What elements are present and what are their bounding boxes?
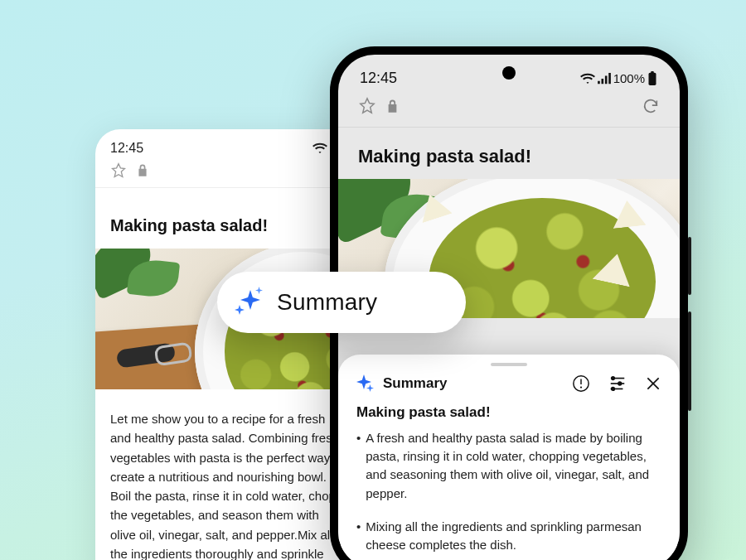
favorite-icon[interactable] bbox=[358, 97, 376, 118]
note-toolbar-front bbox=[338, 92, 680, 127]
statusbar-time: 12:45 bbox=[110, 141, 143, 156]
summary-bullet: A fresh and healthy pasta salad is made … bbox=[356, 429, 661, 503]
statusbar-time: 12:45 bbox=[360, 70, 397, 87]
lock-icon[interactable] bbox=[137, 164, 148, 177]
refresh-icon[interactable] bbox=[642, 97, 660, 118]
adjust-icon[interactable] bbox=[608, 374, 627, 393]
note-title-front: Making pasta salad! bbox=[338, 128, 680, 179]
svg-rect-1 bbox=[651, 71, 654, 74]
wifi-icon bbox=[580, 73, 595, 84]
summary-pill[interactable]: Summary bbox=[217, 272, 466, 333]
front-camera bbox=[502, 66, 516, 80]
wifi-icon bbox=[312, 142, 327, 154]
note-title-back: Making pasta salad! bbox=[95, 188, 361, 249]
sparkle-icon bbox=[235, 288, 264, 316]
sparkle-icon bbox=[356, 374, 375, 393]
battery-text: 100% bbox=[613, 71, 645, 85]
lock-icon[interactable] bbox=[386, 99, 399, 117]
favorite-icon[interactable] bbox=[110, 162, 127, 179]
statusbar-back: 12:45 bbox=[95, 129, 361, 159]
svg-point-4 bbox=[580, 386, 582, 388]
note-body-back: Let me show you to a recipe for a fresh … bbox=[95, 389, 361, 560]
svg-point-10 bbox=[612, 388, 615, 391]
sheet-drag-handle[interactable] bbox=[491, 363, 527, 366]
bullet-icon bbox=[356, 429, 361, 503]
device-side-button bbox=[688, 237, 691, 295]
summary-sheet-title: Summary bbox=[383, 375, 447, 392]
statusbar-right: 100% bbox=[580, 71, 658, 86]
battery-icon bbox=[647, 71, 658, 86]
summary-pill-label: Summary bbox=[277, 289, 377, 316]
svg-rect-0 bbox=[649, 72, 656, 84]
close-icon[interactable] bbox=[645, 375, 661, 392]
summary-heading: Making pasta salad! bbox=[356, 404, 661, 421]
signal-icon bbox=[597, 73, 612, 84]
phone-back: 12:45 Making pasta salad! Let me show yo… bbox=[95, 129, 361, 560]
svg-point-8 bbox=[618, 382, 622, 385]
svg-point-6 bbox=[612, 377, 615, 380]
summary-bullet-text: A fresh and healthy pasta salad is made … bbox=[366, 429, 661, 503]
bullet-icon bbox=[356, 518, 361, 554]
summary-bullet: Mixing all the ingredients and sprinklin… bbox=[356, 518, 661, 554]
summary-bullet-text: Mixing all the ingredients and sprinklin… bbox=[366, 518, 661, 554]
summary-sheet: Summary Making pasta salad! A fresh and bbox=[338, 355, 680, 560]
note-toolbar-back bbox=[95, 159, 361, 187]
device-side-button bbox=[688, 311, 691, 411]
summary-sheet-header: Summary bbox=[356, 374, 661, 393]
report-icon[interactable] bbox=[572, 374, 590, 393]
